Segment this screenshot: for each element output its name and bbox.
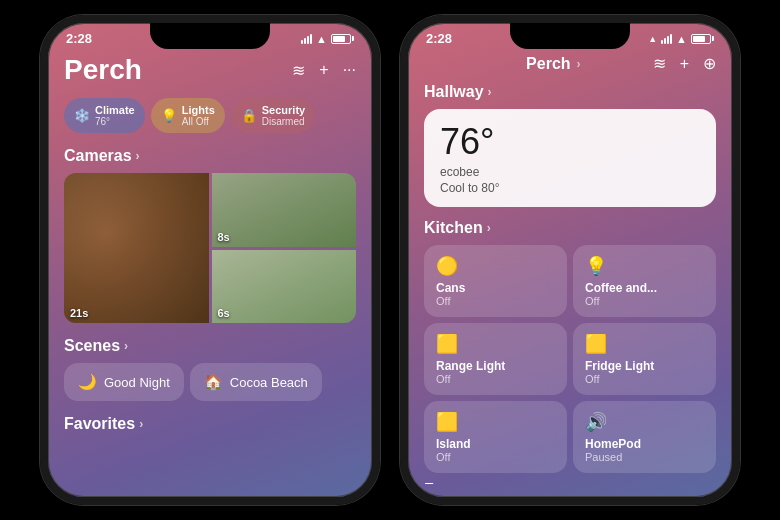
scenes-header[interactable]: Scenes › — [64, 337, 356, 355]
cameras-label: Cameras — [64, 147, 132, 165]
location-icon: ▲ — [648, 34, 657, 44]
camera-cell-3[interactable]: 6s — [212, 250, 357, 324]
homepod-device[interactable]: 🔊 HomePod Paused — [573, 401, 716, 473]
app-header-1: Perch ≋ + ··· — [64, 54, 356, 86]
header-center-2: Perch › — [526, 55, 580, 73]
signal-icon-1 — [301, 34, 312, 44]
kitchen-chevron: › — [487, 221, 491, 235]
cocoabeach-scene[interactable]: 🏠 Cocoa Beach — [190, 363, 322, 401]
lights-sub: All Off — [182, 116, 215, 127]
rangelight-name: Range Light — [436, 359, 555, 373]
homepod-status: Paused — [585, 451, 704, 463]
island-name: Island — [436, 437, 555, 451]
time-1: 2:28 — [66, 31, 92, 46]
coffee-status: Off — [585, 295, 704, 307]
cans-name: Cans — [436, 281, 555, 295]
favorites-chevron: › — [139, 417, 143, 431]
coffee-device[interactable]: 💡 Coffee and... Off — [573, 245, 716, 317]
battery-icon-2 — [691, 34, 714, 44]
add-icon-1[interactable]: + — [319, 61, 328, 79]
foyer-label: Foyer — [424, 481, 468, 484]
rangelight-device[interactable]: 🟨 Range Light Off — [424, 323, 567, 395]
kitchen-header[interactable]: Kitchen › — [424, 219, 716, 237]
foyer-chevron: › — [472, 483, 476, 484]
goodnight-label: Good Night — [104, 375, 170, 390]
phone1-content: Perch ≋ + ··· ❄️ Climate 76° 💡 Lights Al… — [48, 50, 372, 484]
notch-1 — [150, 23, 270, 49]
hallway-section: Hallway › 76° ecobee Cool to 80° — [424, 83, 716, 207]
phone-1: 2:28 ▲ Perch ≋ + ··· ❄️ — [40, 15, 380, 505]
cans-icon: 🟡 — [436, 255, 555, 277]
fridgelight-status: Off — [585, 373, 704, 385]
scenes-label: Scenes — [64, 337, 120, 355]
coffee-name: Coffee and... — [585, 281, 704, 295]
kitchen-label: Kitchen — [424, 219, 483, 237]
hallway-header[interactable]: Hallway › — [424, 83, 716, 101]
phone2-content: Perch › ≋ + ⊕ Hallway › 76° ecobee Cool … — [408, 50, 732, 484]
climate-pill[interactable]: ❄️ Climate 76° — [64, 98, 145, 133]
add-icon-2[interactable]: + — [680, 55, 689, 73]
fridgelight-name: Fridge Light — [585, 359, 704, 373]
lights-title: Lights — [182, 104, 215, 116]
thermo-brand: ecobee — [440, 165, 700, 179]
control-pills: ❄️ Climate 76° 💡 Lights All Off 🔒 Securi… — [64, 98, 356, 133]
cam-timestamp-1: 21s — [70, 307, 88, 319]
fridgelight-icon: 🟨 — [585, 333, 704, 355]
status-icons-2: ▲ ▲ — [648, 33, 714, 45]
fridgelight-device[interactable]: 🟨 Fridge Light Off — [573, 323, 716, 395]
cocoabeach-label: Cocoa Beach — [230, 375, 308, 390]
camera-grid: 21s 8s 6s — [64, 173, 356, 323]
cameras-header[interactable]: Cameras › — [64, 147, 356, 165]
rangelight-icon: 🟨 — [436, 333, 555, 355]
security-title: Security — [262, 104, 305, 116]
cameras-chevron: › — [136, 149, 140, 163]
header-icons-2: ≋ + ⊕ — [653, 54, 716, 73]
device-grid: 🟡 Cans Off 💡 Coffee and... Off 🟨 Range L… — [424, 245, 716, 473]
favorites-label: Favorites — [64, 415, 135, 433]
camera-cell-2[interactable]: 8s — [212, 173, 357, 247]
cans-status: Off — [436, 295, 555, 307]
cam-timestamp-3: 6s — [218, 307, 230, 319]
moon-icon: 🌙 — [78, 373, 97, 391]
climate-sub: 76° — [95, 116, 135, 127]
foyer-section: Foyer › — [424, 481, 716, 484]
climate-text: Climate 76° — [95, 104, 135, 127]
lights-text: Lights All Off — [182, 104, 215, 127]
island-icon: 🟨 — [436, 411, 555, 433]
goodnight-scene[interactable]: 🌙 Good Night — [64, 363, 184, 401]
climate-title: Climate — [95, 104, 135, 116]
kitchen-section: Kitchen › 🟡 Cans Off 💡 Coffee and... Off… — [424, 219, 716, 473]
camera-cell-1[interactable]: 21s — [64, 173, 209, 323]
lights-pill[interactable]: 💡 Lights All Off — [151, 98, 225, 133]
thermostat-card[interactable]: 76° ecobee Cool to 80° — [424, 109, 716, 207]
island-device[interactable]: 🟨 Island Off — [424, 401, 567, 473]
security-pill[interactable]: 🔒 Security Disarmed — [231, 98, 315, 133]
wave-icon-1[interactable]: ≋ — [292, 61, 305, 80]
cam-timestamp-2: 8s — [218, 231, 230, 243]
favorites-header[interactable]: Favorites › — [64, 415, 356, 433]
island-status: Off — [436, 451, 555, 463]
lights-icon: 💡 — [161, 108, 177, 123]
homepod-name: HomePod — [585, 437, 704, 451]
home-icon: 🏠 — [204, 373, 223, 391]
time-2: 2:28 — [426, 31, 452, 46]
scenes-grid: 🌙 Good Night 🏠 Cocoa Beach — [64, 363, 356, 401]
menu-icon-2[interactable]: ⊕ — [703, 54, 716, 73]
wave-icon-2[interactable]: ≋ — [653, 54, 666, 73]
phone-2: 2:28 ▲ ▲ Perch › ≋ + ⊕ — [400, 15, 740, 505]
wifi-icon-2: ▲ — [676, 33, 687, 45]
coffee-icon: 💡 — [585, 255, 704, 277]
hallway-label: Hallway — [424, 83, 484, 101]
app-header-2: Perch › ≋ + ⊕ — [424, 54, 716, 73]
battery-icon-1 — [331, 34, 354, 44]
notch-2 — [510, 23, 630, 49]
rangelight-status: Off — [436, 373, 555, 385]
app-title-2: Perch — [526, 55, 570, 73]
homepod-icon: 🔊 — [585, 411, 704, 433]
wifi-icon-1: ▲ — [316, 33, 327, 45]
foyer-header[interactable]: Foyer › — [424, 481, 716, 484]
cans-device[interactable]: 🟡 Cans Off — [424, 245, 567, 317]
app-title-1: Perch — [64, 54, 142, 86]
menu-icon-1[interactable]: ··· — [343, 61, 356, 79]
security-icon: 🔒 — [241, 108, 257, 123]
